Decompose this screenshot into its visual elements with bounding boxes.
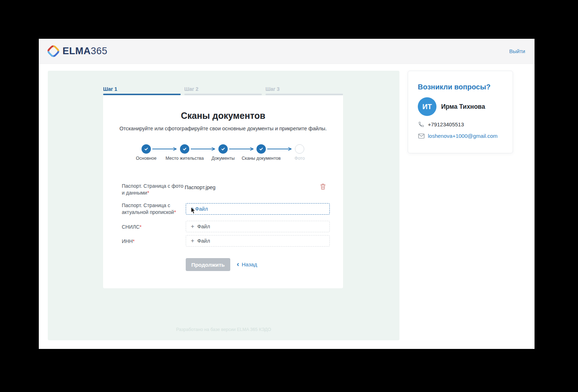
continue-button[interactable]: Продолжить bbox=[186, 258, 230, 271]
contact-email-link[interactable]: loshenova+1000@gmail.com bbox=[428, 133, 498, 139]
field-label-passport-registration: Паспорт. Страница с актуальной пропиской… bbox=[122, 202, 185, 216]
tab-step-2[interactable]: Шаг 2 bbox=[184, 86, 262, 95]
back-link-label: Назад bbox=[242, 261, 257, 267]
tab-step-2-bar bbox=[184, 94, 262, 95]
envelope-icon bbox=[418, 134, 425, 139]
elma-logo-icon bbox=[46, 44, 61, 59]
file-button-label: Файл bbox=[195, 206, 208, 212]
logo-brand: ELMA bbox=[63, 46, 91, 56]
delete-file-button[interactable] bbox=[319, 183, 327, 191]
logout-link[interactable]: Выйти bbox=[509, 48, 525, 54]
trash-icon bbox=[320, 183, 326, 190]
file-button-label: Файл bbox=[197, 224, 210, 229]
uploaded-file-name: Паспорт.jpeg bbox=[185, 185, 216, 190]
contact-name: Ирма Тихнова bbox=[441, 103, 485, 111]
required-asterisk: * bbox=[133, 238, 134, 244]
email-row: loshenova+1000@gmail.com bbox=[418, 133, 504, 139]
back-link[interactable]: ‹ Назад bbox=[237, 261, 257, 267]
app-window: ELMA365 Выйти Шаг 1 Шаг 2 Шаг 3 Сканы до… bbox=[39, 39, 535, 349]
plus-icon: + bbox=[191, 237, 194, 244]
required-asterisk: * bbox=[147, 190, 149, 196]
field-label-snils: СНИЛС* bbox=[122, 224, 185, 230]
check-circle-icon bbox=[180, 144, 189, 154]
tab-step-1-label: Шаг 1 bbox=[103, 86, 181, 92]
stepper-step-photo: Фото bbox=[276, 144, 323, 161]
field-label-passport-photo: Паспорт. Страница с фото и данными* bbox=[122, 183, 185, 197]
required-asterisk: * bbox=[140, 224, 142, 230]
top-bar: ELMA365 Выйти bbox=[39, 39, 535, 64]
help-card-title: Возникли вопросы? bbox=[418, 83, 504, 91]
plus-icon: + bbox=[191, 223, 194, 230]
file-upload-snils[interactable]: + Файл bbox=[186, 221, 330, 232]
tab-step-3-bar bbox=[265, 94, 343, 95]
required-asterisk: * bbox=[174, 209, 176, 215]
tab-step-2-label: Шаг 2 bbox=[184, 86, 262, 92]
avatar: ИТ bbox=[418, 97, 436, 116]
contact-person: ИТ Ирма Тихнова bbox=[418, 97, 504, 116]
stepper-label: Фото bbox=[276, 156, 323, 161]
contact-phone: +79123405513 bbox=[428, 121, 464, 127]
empty-circle-icon bbox=[295, 144, 304, 154]
field-label-inn: ИНН* bbox=[122, 238, 185, 245]
footer-note: Разработано на базе версии ELMA 365 КЭДО bbox=[48, 327, 399, 332]
plus-icon: + bbox=[191, 205, 194, 213]
step-tabs: Шаг 1 Шаг 2 Шаг 3 bbox=[103, 86, 343, 95]
logo-text: ELMA365 bbox=[63, 46, 107, 57]
file-upload-passport-registration[interactable]: + Файл bbox=[186, 203, 330, 215]
check-circle-icon bbox=[218, 144, 228, 154]
help-card: Возникли вопросы? ИТ Ирма Тихнова +79123… bbox=[408, 71, 513, 153]
file-button-label: Файл bbox=[197, 238, 210, 244]
tab-step-1-bar bbox=[103, 94, 181, 95]
logo-suffix: 365 bbox=[91, 46, 108, 56]
phone-row: +79123405513 bbox=[418, 121, 504, 127]
check-circle-icon bbox=[256, 144, 266, 154]
check-circle-icon bbox=[142, 144, 151, 154]
field-label-text: СНИЛС bbox=[122, 224, 140, 230]
field-label-text: ИНН bbox=[122, 238, 133, 244]
page-subtitle: Отсканируйте или сфотографируйте свои ос… bbox=[103, 126, 343, 131]
main-area: Шаг 1 Шаг 2 Шаг 3 Сканы документов Отска… bbox=[39, 64, 535, 349]
tab-step-1[interactable]: Шаг 1 bbox=[103, 86, 181, 95]
file-upload-inn[interactable]: + Файл bbox=[186, 235, 330, 247]
tab-step-3[interactable]: Шаг 3 bbox=[265, 86, 343, 95]
logo: ELMA365 bbox=[48, 46, 107, 57]
field-label-text: Паспорт. Страница с фото и данными bbox=[122, 183, 184, 196]
page-title: Сканы документов bbox=[103, 111, 343, 121]
field-label-text: Паспорт. Страница с актуальной пропиской bbox=[122, 202, 174, 215]
chevron-left-icon: ‹ bbox=[237, 260, 239, 267]
form-card: Сканы документов Отсканируйте или сфотог… bbox=[103, 95, 343, 288]
phone-icon bbox=[418, 121, 425, 127]
tab-step-3-label: Шаг 3 bbox=[265, 86, 343, 92]
